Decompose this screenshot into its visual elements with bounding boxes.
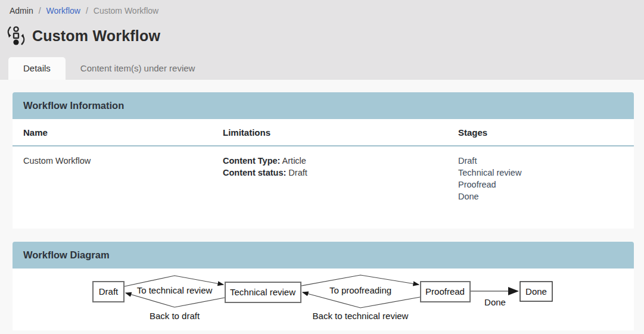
tab-content-items-under-review[interactable]: Content item(s) under review xyxy=(66,57,210,80)
limitation-value: Draft xyxy=(286,168,307,177)
limitation-content-type: Content Type: Article xyxy=(223,155,441,167)
main-content: Workflow Information Name Limitations St… xyxy=(0,80,644,334)
edge-to-proofreading xyxy=(301,275,419,286)
stage-item: Proofread xyxy=(458,179,628,191)
workflow-information-header: Workflow Information xyxy=(13,92,634,119)
workflow-diagram-header: Workflow Diagram xyxy=(13,242,634,269)
workflow-name-value: Custom Workflow xyxy=(13,146,212,229)
column-header-stages: Stages xyxy=(447,119,634,145)
page-title-row: Custom Workflow xyxy=(0,18,644,56)
workflow-diagram-body: Draft Technical review Proofread Done To… xyxy=(13,269,634,330)
workflow-stages-value: Draft Technical review Proofread Done xyxy=(447,146,634,229)
workflow-diagram-title: Workflow Diagram xyxy=(23,249,623,261)
tab-details[interactable]: Details xyxy=(8,57,66,80)
breadcrumb-separator: / xyxy=(86,6,88,15)
column-header-name: Name xyxy=(13,119,212,145)
stage-item: Draft xyxy=(458,155,628,167)
node-technical-review-label: Technical review xyxy=(230,287,295,297)
workflow-limitations-value: Content Type: Article Content status: Dr… xyxy=(212,146,447,229)
limitation-label: Content Type: xyxy=(223,156,280,166)
node-proofread-label: Proofread xyxy=(425,286,465,296)
stage-item: Done xyxy=(458,191,628,202)
stage-item: Technical review xyxy=(458,167,628,179)
transition-label-to-proofreading: To proofreading xyxy=(329,285,391,295)
breadcrumb-item-current: Custom Workflow xyxy=(94,6,158,15)
page-title: Custom Workflow xyxy=(32,27,160,45)
tab-strip: Details Content item(s) under review xyxy=(0,56,644,80)
breadcrumb-item-workflow[interactable]: Workflow xyxy=(46,6,80,15)
workflow-diagram-graphic: Draft Technical review Proofread Done To… xyxy=(13,269,634,330)
node-done-label: Done xyxy=(525,286,547,296)
transition-label-back-to-draft: Back to draft xyxy=(150,311,200,321)
limitation-label: Content status: xyxy=(223,168,286,177)
limitation-content-status: Content status: Draft xyxy=(223,167,441,179)
app-header: Admin / Workflow / Custom Workflow Custo… xyxy=(0,0,644,80)
transition-label-back-to-technical-review: Back to technical review xyxy=(313,311,409,321)
transition-label-to-technical-review: To technical review xyxy=(137,285,213,295)
workflow-diagram-card: Workflow Diagram Draft xyxy=(13,242,634,330)
workflow-icon xyxy=(6,25,26,46)
breadcrumb-separator: / xyxy=(39,6,41,15)
limitation-value: Article xyxy=(280,156,306,166)
workflow-information-body: Name Limitations Stages Custom Workflow … xyxy=(13,119,634,229)
breadcrumb-item-admin: Admin xyxy=(10,6,33,15)
workflow-information-title: Workflow Information xyxy=(23,100,623,111)
table-row: Custom Workflow Content Type: Article Co… xyxy=(13,146,634,229)
breadcrumb: Admin / Workflow / Custom Workflow xyxy=(0,0,644,18)
transition-label-done: Done xyxy=(484,297,506,307)
node-draft-label: Draft xyxy=(99,286,119,296)
table-header-row: Name Limitations Stages xyxy=(13,119,634,146)
workflow-information-card: Workflow Information Name Limitations St… xyxy=(13,92,634,229)
stages-list: Draft Technical review Proofread Done xyxy=(458,155,628,202)
column-header-limitations: Limitations xyxy=(212,119,447,145)
